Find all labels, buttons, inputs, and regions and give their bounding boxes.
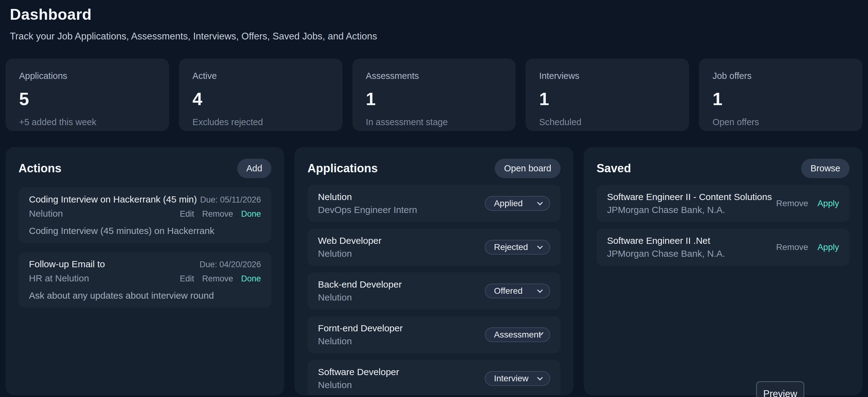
action-due-date: Due: 05/11/2026 bbox=[200, 195, 261, 205]
page-title: Dashboard bbox=[10, 5, 857, 23]
done-action-link[interactable]: Done bbox=[241, 209, 261, 219]
stat-card-job-offers: Job offers 1 Open offers bbox=[699, 59, 863, 131]
remove-action-link[interactable]: Remove bbox=[202, 274, 233, 284]
application-row: Fornt-end Developer Nelution Assessment bbox=[307, 316, 560, 353]
applications-panel: Applications Open board Nelution DevOps … bbox=[294, 147, 573, 395]
saved-job-title: Software Engineer II .Net bbox=[607, 235, 725, 246]
application-line2: Nelution bbox=[318, 249, 381, 259]
status-select[interactable]: Rejected bbox=[485, 240, 550, 255]
action-description: Coding Interview (45 minutes) on Hackerr… bbox=[29, 226, 261, 236]
actions-panel-title: Actions bbox=[19, 162, 61, 175]
browse-button[interactable]: Browse bbox=[801, 159, 849, 178]
stat-label: Assessments bbox=[366, 71, 502, 81]
action-company: Nelution bbox=[29, 208, 63, 219]
application-line2: Nelution bbox=[318, 380, 399, 390]
dashboard-page: { "page": { "title": "Dashboard", "subti… bbox=[0, 0, 868, 397]
stat-value: 4 bbox=[192, 88, 329, 109]
status-select[interactable]: Applied bbox=[485, 196, 550, 211]
status-value: Applied bbox=[494, 198, 523, 208]
remove-saved-link[interactable]: Remove bbox=[776, 198, 808, 208]
stats-row: Applications 5 +5 added this week Active… bbox=[0, 59, 868, 131]
status-value: Offered bbox=[494, 286, 523, 296]
stat-value: 1 bbox=[366, 88, 502, 109]
application-line1: Fornt-end Developer bbox=[318, 323, 403, 334]
stat-value: 1 bbox=[712, 88, 849, 109]
done-action-link[interactable]: Done bbox=[241, 274, 261, 284]
edit-action-link[interactable]: Edit bbox=[180, 209, 194, 219]
stat-card-applications: Applications 5 +5 added this week bbox=[5, 59, 169, 131]
action-item: Coding Interview on Hackerrank (45 min) … bbox=[19, 188, 271, 243]
application-line2: Nelution bbox=[318, 292, 402, 303]
stat-card-active: Active 4 Excludes rejected bbox=[179, 59, 343, 131]
stat-value: 1 bbox=[539, 88, 676, 109]
stat-sub: +5 added this week bbox=[19, 117, 156, 127]
status-select[interactable]: Offered bbox=[485, 284, 550, 299]
stat-label: Job offers bbox=[712, 71, 849, 81]
applications-panel-title: Applications bbox=[307, 162, 378, 175]
application-row: Nelution DevOps Engineer Intern Applied bbox=[307, 185, 560, 222]
edit-action-link[interactable]: Edit bbox=[180, 274, 194, 284]
application-line2: DevOps Engineer Intern bbox=[318, 205, 417, 215]
stat-card-assessments: Assessments 1 In assessment stage bbox=[352, 59, 516, 131]
status-select[interactable]: Assessment bbox=[485, 327, 550, 342]
add-action-button[interactable]: Add bbox=[237, 159, 272, 178]
page-subtitle: Track your Job Applications, Assessments… bbox=[10, 31, 857, 42]
application-row: Web Developer Nelution Rejected bbox=[307, 229, 560, 266]
action-item: Follow-up Email to Due: 04/20/2026 HR at… bbox=[19, 252, 271, 308]
application-line1: Back-end Developer bbox=[318, 279, 402, 290]
saved-panel-header: Saved Browse bbox=[597, 159, 849, 178]
application-row: Back-end Developer Nelution Offered bbox=[307, 273, 560, 309]
chevron-down-icon bbox=[537, 199, 542, 205]
stat-sub: Open offers bbox=[712, 117, 849, 127]
status-value: Assessment bbox=[494, 330, 541, 340]
saved-panel: Saved Browse Software Engineer II - Cont… bbox=[584, 147, 863, 395]
saved-job-row: Software Engineer II - Content Solutions… bbox=[597, 185, 849, 222]
actions-panel: Actions Add Coding Interview on Hackerra… bbox=[5, 147, 284, 395]
stat-value: 5 bbox=[19, 88, 156, 109]
application-line1: Software Developer bbox=[318, 367, 399, 377]
preview-button[interactable]: Preview bbox=[756, 381, 804, 397]
stat-label: Interviews bbox=[539, 71, 676, 81]
saved-job-row: Software Engineer II .Net JPMorgan Chase… bbox=[597, 229, 849, 266]
application-line2: Nelution bbox=[318, 336, 403, 346]
panels-row: Actions Add Coding Interview on Hackerra… bbox=[0, 147, 868, 395]
remove-saved-link[interactable]: Remove bbox=[776, 242, 808, 252]
saved-job-title: Software Engineer II - Content Solutions bbox=[607, 192, 772, 202]
stat-card-interviews: Interviews 1 Scheduled bbox=[525, 59, 689, 131]
actions-panel-header: Actions Add bbox=[19, 159, 271, 178]
status-select[interactable]: Interview bbox=[485, 371, 550, 386]
application-row: Software Developer Nelution Interview bbox=[307, 360, 560, 395]
stat-sub: Excludes rejected bbox=[192, 117, 329, 127]
chevron-down-icon bbox=[537, 287, 542, 292]
apply-link[interactable]: Apply bbox=[817, 198, 839, 208]
stat-sub: In assessment stage bbox=[366, 117, 502, 127]
stat-label: Active bbox=[192, 71, 329, 81]
applications-panel-header: Applications Open board bbox=[307, 159, 560, 178]
page-header: Dashboard Track your Job Applications, A… bbox=[0, 0, 868, 42]
open-board-button[interactable]: Open board bbox=[495, 159, 560, 178]
action-description: Ask about any updates about interview ro… bbox=[29, 290, 261, 301]
chevron-down-icon bbox=[537, 243, 542, 249]
status-value: Interview bbox=[494, 374, 529, 384]
action-due-date: Due: 04/20/2026 bbox=[199, 260, 261, 270]
status-value: Rejected bbox=[494, 242, 528, 252]
saved-job-company: JPMorgan Chase Bank, N.A. bbox=[607, 249, 725, 259]
action-title: Coding Interview on Hackerrank (45 min) bbox=[29, 194, 197, 205]
action-company: HR at Nelution bbox=[29, 273, 89, 284]
saved-panel-title: Saved bbox=[597, 162, 631, 175]
saved-job-company: JPMorgan Chase Bank, N.A. bbox=[607, 205, 772, 215]
apply-link[interactable]: Apply bbox=[817, 242, 839, 252]
application-line1: Nelution bbox=[318, 192, 417, 202]
stat-label: Applications bbox=[19, 71, 156, 81]
remove-action-link[interactable]: Remove bbox=[202, 209, 233, 219]
stat-sub: Scheduled bbox=[539, 117, 676, 127]
application-line1: Web Developer bbox=[318, 235, 381, 246]
action-title: Follow-up Email to bbox=[29, 259, 105, 270]
chevron-down-icon bbox=[537, 374, 542, 380]
